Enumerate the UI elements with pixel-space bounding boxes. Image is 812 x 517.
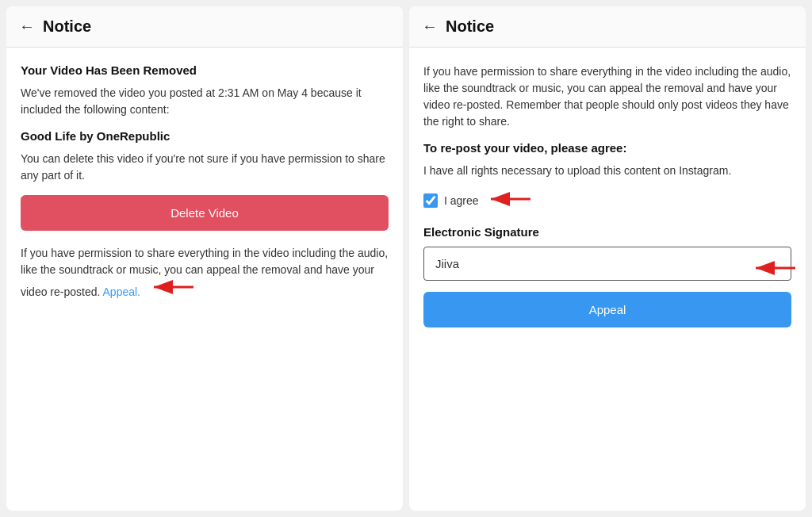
right-intro-text: If you have permission to share everythi…: [423, 63, 791, 130]
permission-paragraph: You can delete this video if you're not …: [21, 151, 389, 184]
signature-input[interactable]: [423, 247, 791, 281]
right-panel-title: Notice: [446, 17, 494, 36]
agree-label: I agree: [444, 194, 479, 207]
left-panel: ← Notice Your Video Has Been Removed We'…: [6, 6, 403, 511]
signature-row: [423, 247, 791, 292]
left-back-button[interactable]: ←: [19, 17, 35, 36]
appeal-button[interactable]: Appeal: [423, 292, 791, 327]
right-panel: ← Notice If you have permission to share…: [409, 6, 806, 511]
right-header: ← Notice: [409, 6, 806, 48]
right-panel-content: If you have permission to share everythi…: [409, 48, 806, 511]
right-arrow-for-agree: [487, 190, 534, 211]
removed-heading: Your Video Has Been Removed: [21, 63, 389, 77]
rights-text: I have all rights necessary to upload th…: [423, 163, 791, 179]
agree-red-arrow-svg: [487, 190, 534, 208]
repost-heading: To re-post your video, please agree:: [423, 141, 791, 155]
signature-red-arrow-svg: [752, 259, 799, 277]
appeal-paragraph-text: If you have permission to share everythi…: [21, 247, 388, 298]
right-back-button[interactable]: ←: [422, 17, 438, 36]
left-arrow-indicator: [150, 278, 197, 296]
left-red-arrow-svg: [150, 278, 197, 296]
signature-label: Electronic Signature: [423, 225, 791, 239]
left-panel-content: Your Video Has Been Removed We've remove…: [6, 48, 403, 511]
appeal-link[interactable]: Appeal.: [103, 285, 140, 298]
signature-arrow-indicator: [752, 259, 799, 280]
left-panel-title: Notice: [43, 17, 91, 36]
agree-checkbox[interactable]: [423, 193, 438, 208]
delete-video-button[interactable]: Delete Video: [21, 195, 389, 231]
agree-row: I agree: [423, 190, 791, 211]
song-title: Good Life by OneRepublic: [21, 129, 389, 143]
removed-paragraph: We've removed the video you posted at 2:…: [21, 85, 389, 118]
appeal-paragraph: If you have permission to share everythi…: [21, 245, 389, 301]
left-header: ← Notice: [6, 6, 403, 48]
